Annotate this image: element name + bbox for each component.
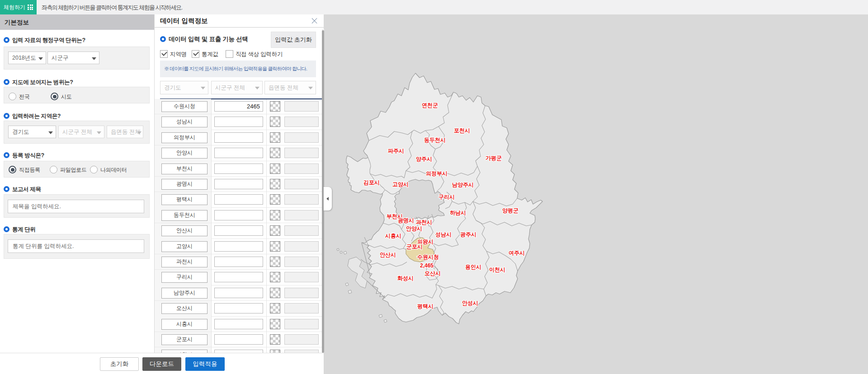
svg-text:안성시: 안성시	[462, 300, 478, 306]
svg-text:여주시: 여주시	[509, 250, 525, 256]
svg-text:수원시청: 수원시청	[417, 254, 439, 260]
svg-text:고양시: 고양시	[392, 181, 409, 187]
svg-text:광주시: 광주시	[460, 231, 476, 238]
svg-text:가평군: 가평군	[486, 155, 502, 161]
svg-text:하남시: 하남시	[450, 210, 466, 216]
svg-text:과천시: 과천시	[416, 219, 432, 225]
svg-text:양평군: 양평군	[502, 207, 519, 214]
svg-text:구리시: 구리시	[439, 194, 455, 200]
svg-text:광명시: 광명시	[398, 217, 414, 224]
svg-text:양주시: 양주시	[416, 156, 432, 162]
svg-text:포천시: 포천시	[454, 127, 470, 134]
svg-text:안양시: 안양시	[406, 225, 422, 232]
svg-text:남양주시: 남양주시	[452, 182, 474, 188]
svg-text:의정부시: 의정부시	[426, 170, 448, 177]
svg-text:시흥시: 시흥시	[385, 233, 401, 239]
svg-text:연천군: 연천군	[422, 102, 438, 108]
svg-text:용인시: 용인시	[465, 264, 481, 270]
svg-text:동두천시: 동두천시	[424, 137, 446, 143]
svg-text:안산시: 안산시	[380, 252, 396, 258]
svg-text:군포시: 군포시	[406, 243, 423, 250]
svg-text:이천시: 이천시	[489, 266, 505, 273]
svg-text:화성시: 화성시	[397, 275, 414, 281]
svg-text:2,465: 2,465	[420, 262, 434, 269]
svg-text:김포시: 김포시	[363, 179, 380, 186]
svg-text:오산시: 오산시	[425, 270, 441, 276]
svg-text:성남시: 성남시	[435, 231, 452, 238]
svg-text:평택시: 평택시	[417, 303, 434, 309]
svg-text:파주시: 파주시	[388, 148, 404, 154]
